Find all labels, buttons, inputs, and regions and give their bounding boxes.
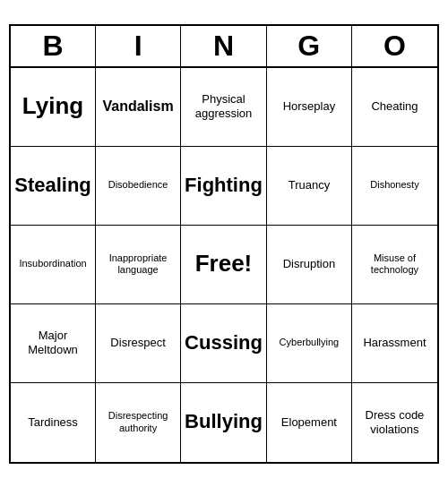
bingo-cell-21: Disrespecting authority	[96, 383, 181, 462]
bingo-cell-7: Fighting	[181, 147, 267, 226]
cell-text-2: Physical aggression	[185, 92, 263, 120]
cell-text-3: Horseplay	[283, 99, 336, 114]
bingo-cell-14: Misuse of technology	[352, 226, 437, 304]
bingo-cell-15: Major Meltdown	[11, 304, 96, 383]
bingo-cell-16: Disrespect	[96, 304, 181, 383]
bingo-cell-2: Physical aggression	[181, 68, 267, 147]
header-letter-N: N	[181, 26, 266, 66]
bingo-header: BINGO	[11, 26, 437, 68]
cell-text-4: Cheating	[371, 99, 418, 114]
cell-text-24: Dress code violations	[356, 408, 434, 436]
cell-text-12: Free!	[195, 250, 253, 278]
cell-text-13: Disruption	[283, 257, 336, 271]
bingo-cell-11: Inappropriate language	[96, 226, 181, 304]
bingo-cell-8: Truancy	[267, 147, 352, 226]
cell-text-15: Major Meltdown	[14, 329, 91, 356]
bingo-cell-19: Harassment	[352, 304, 437, 383]
bingo-cell-3: Horseplay	[267, 68, 352, 147]
bingo-cell-10: Insubordination	[11, 226, 96, 304]
cell-text-9: Dishonesty	[370, 179, 418, 191]
cell-text-20: Tardiness	[28, 415, 78, 430]
bingo-card: BINGO LyingVandalismPhysical aggressionH…	[9, 24, 439, 464]
cell-text-8: Truancy	[289, 178, 330, 192]
bingo-cell-22: Bullying	[181, 383, 267, 462]
header-letter-O: O	[352, 26, 437, 66]
bingo-cell-5: Stealing	[11, 147, 96, 226]
cell-text-23: Elopement	[281, 415, 337, 430]
cell-text-0: Lying	[22, 92, 83, 120]
cell-text-1: Vandalism	[102, 98, 173, 115]
cell-text-14: Misuse of technology	[356, 252, 434, 276]
bingo-cell-6: Disobedience	[96, 147, 181, 226]
bingo-cell-12: Free!	[181, 226, 267, 304]
cell-text-18: Cyberbullying	[280, 337, 340, 348]
header-letter-B: B	[11, 26, 96, 66]
cell-text-17: Cussing	[185, 331, 263, 355]
cell-text-10: Insubordination	[19, 258, 86, 269]
cell-text-7: Fighting	[185, 174, 263, 197]
bingo-cell-18: Cyberbullying	[267, 304, 352, 383]
bingo-cell-4: Cheating	[352, 68, 437, 147]
bingo-cell-20: Tardiness	[11, 383, 96, 462]
bingo-grid: LyingVandalismPhysical aggressionHorsepl…	[11, 68, 437, 462]
header-letter-G: G	[267, 26, 352, 66]
cell-text-11: Inappropriate language	[99, 252, 177, 276]
cell-text-21: Disrespecting authority	[99, 410, 177, 433]
cell-text-6: Disobedience	[108, 179, 168, 191]
bingo-cell-23: Elopement	[267, 383, 352, 462]
bingo-cell-0: Lying	[11, 68, 96, 147]
bingo-cell-13: Disruption	[267, 226, 352, 304]
header-letter-I: I	[96, 26, 181, 66]
bingo-cell-1: Vandalism	[96, 68, 181, 147]
cell-text-5: Stealing	[14, 174, 91, 197]
bingo-cell-17: Cussing	[181, 304, 267, 383]
cell-text-16: Disrespect	[110, 336, 165, 350]
cell-text-22: Bullying	[185, 410, 263, 433]
bingo-cell-9: Dishonesty	[352, 147, 437, 226]
cell-text-19: Harassment	[363, 336, 426, 350]
bingo-cell-24: Dress code violations	[352, 383, 437, 462]
